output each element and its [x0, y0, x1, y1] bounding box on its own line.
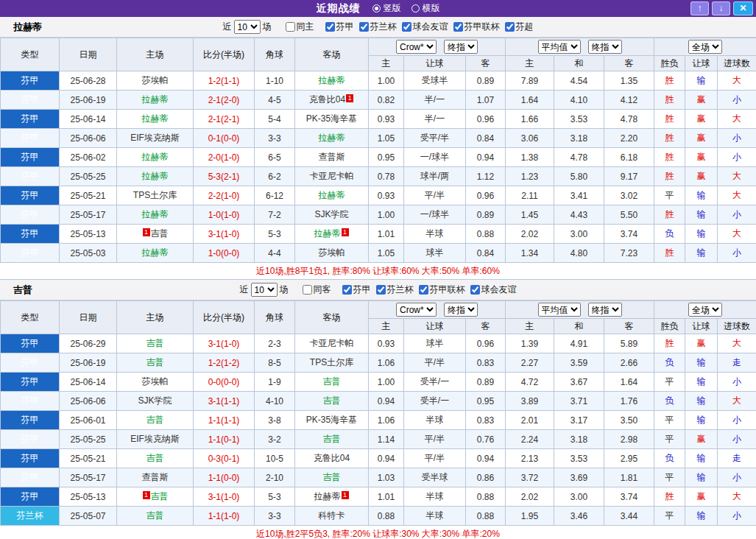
red-card-badge: 1: [342, 228, 349, 236]
move-up-button[interactable]: ↑: [690, 1, 709, 15]
league-cell: 芬甲: [1, 186, 60, 205]
league-filter-checkbox[interactable]: 芬甲联杯: [452, 21, 500, 33]
result-goals-cell: 小: [718, 129, 756, 148]
date-cell: 25-05-13: [60, 487, 117, 507]
corners-cell: 3-3: [255, 129, 295, 148]
result-wdl-cell: 胜: [654, 110, 685, 129]
date-cell: 25-06-14: [60, 373, 117, 392]
result-wdl-cell: 平: [654, 411, 685, 430]
result-handicap-cell: 输: [685, 71, 718, 91]
team-section-1: 吉普近10场同客芬甲芬兰杯芬甲联杯球会友谊类型日期主场比分(半场)角球客场Cro…: [0, 280, 756, 539]
column-subheader: 进球数: [718, 56, 756, 71]
checkbox-icon[interactable]: [303, 285, 312, 295]
league-filter-checkbox[interactable]: 球会友谊: [469, 283, 517, 296]
home-team-cell: 吉普: [117, 334, 194, 353]
corners-cell: 6-5: [255, 148, 295, 167]
bookmaker-select[interactable]: Crow*: [396, 303, 437, 317]
final-odds-select[interactable]: 终指: [444, 40, 478, 54]
odds-home-cell: 1.06: [369, 411, 404, 430]
avg-home-cell: 3.06: [506, 129, 554, 148]
recent-count-select[interactable]: 10: [234, 20, 261, 34]
avg-away-cell: 2.66: [604, 353, 654, 373]
team-label: 1吉普: [142, 491, 169, 501]
avg-home-cell: 3.89: [506, 392, 554, 411]
league-filter-checkbox[interactable]: 芬超: [504, 21, 534, 33]
match-filter: 近10场同主芬甲芬兰杯球会友谊芬甲联杯芬超: [223, 20, 534, 34]
odds-away-cell: 0.89: [466, 205, 506, 225]
layout-option-label: 横版: [423, 2, 440, 15]
average-odds-select[interactable]: 平均值: [538, 303, 581, 317]
league-filter-checkbox[interactable]: 芬甲联杯: [417, 283, 465, 296]
checkbox-icon[interactable]: [342, 285, 352, 295]
layout-option-1[interactable]: 横版: [411, 2, 440, 15]
league-filter-checkbox[interactable]: 球会友谊: [400, 21, 448, 33]
league-cell: 芬甲: [1, 71, 60, 91]
column-subheader: 主: [506, 56, 554, 71]
fulltime-select[interactable]: 全场: [688, 303, 722, 317]
odds-home-cell: 0.88: [369, 507, 404, 526]
odds-away-cell: 0.83: [466, 411, 506, 430]
corners-cell: 6-12: [255, 186, 295, 205]
checkbox-icon[interactable]: [325, 22, 335, 32]
checkbox-label: 芬兰杯: [387, 283, 414, 296]
team-label: SJK学院: [138, 395, 172, 406]
checkbox-icon[interactable]: [402, 22, 411, 32]
checkbox-icon[interactable]: [505, 22, 515, 32]
score-cell: 1-2(1-2): [194, 353, 255, 373]
radio-icon: [411, 4, 420, 13]
average-odds-select[interactable]: 平均值: [538, 40, 581, 54]
date-cell: 25-06-02: [60, 148, 117, 167]
bookmaker-select[interactable]: Crow*: [396, 40, 437, 54]
league-filter-checkbox[interactable]: 芬甲: [324, 21, 354, 33]
same-venue-checkbox[interactable]: 同主: [284, 21, 314, 33]
odds-away-cell: 0.88: [466, 507, 506, 526]
match-row: 芬甲25-05-21吉普0-3(0-1)10-5克鲁比040.94平/半0.94…: [1, 449, 756, 468]
avg-draw-cell: 3.67: [554, 373, 604, 392]
avg-draw-cell: 3.18: [554, 430, 604, 449]
result-goals-cell: 小: [718, 205, 756, 225]
result-goals-cell: 大: [718, 392, 756, 411]
checkbox-icon[interactable]: [453, 22, 463, 32]
close-button[interactable]: ✕: [733, 1, 753, 15]
checkbox-icon[interactable]: [376, 285, 386, 295]
league-filter-checkbox[interactable]: 芬兰杯: [358, 21, 397, 33]
column-header: 客场: [295, 301, 369, 334]
final-odds-select[interactable]: 终指: [588, 303, 622, 317]
column-header: 比分(半场): [194, 38, 255, 71]
result-handicap-cell: 赢: [685, 487, 718, 507]
column-subheader: 让球: [404, 319, 466, 334]
handicap-cell: 半球: [404, 487, 466, 507]
final-odds-select[interactable]: 终指: [444, 303, 478, 317]
final-odds-select[interactable]: 终指: [588, 40, 622, 54]
team-label: 拉赫蒂: [319, 190, 345, 200]
match-row: 芬甲25-05-17拉赫蒂1-0(1-0)7-2SJK学院1.00一/球半0.8…: [1, 205, 756, 225]
checkbox-icon[interactable]: [286, 22, 295, 32]
avg-home-cell: 1.39: [506, 334, 554, 353]
move-down-button[interactable]: ↓: [712, 1, 730, 15]
column-subheader: 让球: [685, 56, 718, 71]
avg-draw-cell: 5.80: [554, 167, 604, 186]
odds-home-cell: 1.01: [369, 487, 404, 507]
corners-cell: 4-5: [255, 91, 295, 110]
corners-cell: 3-2: [255, 430, 295, 449]
result-goals-cell: 大: [718, 167, 756, 186]
team-label: 吉普: [146, 510, 164, 521]
layout-option-0[interactable]: 竖版: [372, 2, 401, 15]
team-label: 吉普: [146, 415, 164, 425]
average-odds-group: 平均值终指: [506, 38, 654, 56]
checkbox-icon[interactable]: [419, 285, 428, 295]
checkbox-icon[interactable]: [470, 285, 480, 295]
checkbox-icon[interactable]: [359, 22, 369, 32]
handicap-cell: 平/半: [404, 430, 466, 449]
corners-cell: 2-10: [255, 468, 295, 487]
avg-draw-cell: 3.00: [554, 487, 604, 507]
recent-count-select[interactable]: 10: [251, 283, 278, 297]
league-filter-checkbox[interactable]: 芬兰杯: [375, 283, 414, 296]
fulltime-select[interactable]: 全场: [688, 40, 722, 54]
league-cell: 芬甲: [1, 244, 60, 263]
avg-draw-cell: 3.53: [554, 110, 604, 129]
league-filter-checkbox[interactable]: 芬甲: [341, 283, 371, 296]
corners-cell: 5-4: [255, 110, 295, 129]
team-label: 拉赫蒂: [142, 94, 169, 105]
same-venue-checkbox[interactable]: 同客: [301, 283, 331, 296]
